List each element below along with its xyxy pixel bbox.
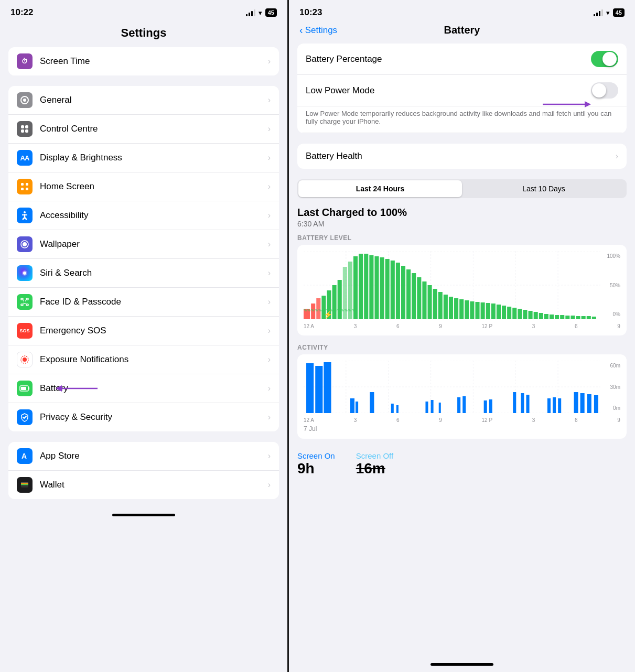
battery-level-chart: ⚡ 100% 50% 0% 12 A 3 6 9 12 P 3 6: [297, 245, 627, 335]
y-label-0: 0%: [607, 311, 620, 317]
svg-rect-59: [353, 256, 358, 319]
svg-rect-101: [576, 316, 580, 319]
battery-level-label: BATTERY LEVEL: [297, 234, 627, 242]
x-label-12a: 12 A: [304, 323, 314, 329]
svg-rect-77: [449, 297, 453, 319]
sidebar-item-control-centre[interactable]: Control Centre ›: [8, 115, 279, 144]
ax-label-9p: 9: [617, 417, 620, 423]
accessibility-icon: [17, 208, 33, 223]
svg-rect-117: [306, 363, 314, 413]
low-power-mode-label: Low Power Mode: [306, 85, 591, 96]
time-option-24h[interactable]: Last 24 Hours: [298, 180, 462, 197]
sidebar-item-emergency-sos[interactable]: SOS Emergency SOS ›: [8, 317, 279, 345]
time-option-10d[interactable]: Last 10 Days: [462, 180, 626, 197]
svg-rect-128: [457, 397, 460, 413]
svg-rect-86: [497, 305, 501, 319]
svg-rect-140: [587, 394, 591, 413]
right-status-bar: 10:23 ▾ 45: [289, 0, 635, 22]
screen-time-row[interactable]: ⏱ Screen Time ›: [8, 47, 279, 75]
control-centre-chevron: ›: [268, 124, 271, 134]
battery-health-row[interactable]: Battery Health ›: [297, 144, 627, 169]
home-screen-icon: [17, 179, 33, 194]
svg-rect-71: [417, 277, 421, 319]
svg-rect-95: [544, 314, 548, 319]
svg-rect-69: [406, 269, 411, 319]
svg-rect-9: [26, 188, 28, 190]
sidebar-item-app-store[interactable]: A App Store ›: [8, 442, 279, 471]
ax-label-12a: 12 A: [304, 417, 314, 423]
sidebar-item-battery[interactable]: Battery ›: [8, 374, 279, 403]
screen-time-chevron: ›: [268, 57, 271, 66]
sidebar-item-accessibility[interactable]: Accessibility ›: [8, 201, 279, 230]
battery-arrow-annotation: [56, 382, 103, 395]
battery-y-labels: 100% 50% 0%: [607, 251, 620, 319]
battery-x-labels: 12 A 3 6 9 12 P 3 6 9: [304, 321, 620, 329]
svg-rect-72: [422, 281, 426, 319]
battery-percentage-toggle[interactable]: [591, 51, 618, 67]
right-signal-icon: [594, 9, 603, 16]
svg-rect-92: [529, 311, 533, 319]
privacy-security-icon: [17, 409, 33, 425]
svg-rect-89: [512, 308, 516, 319]
svg-rect-50: [304, 309, 310, 319]
battery-percentage-row: Battery Percentage: [297, 44, 627, 75]
svg-rect-90: [518, 309, 522, 319]
sidebar-item-face-id[interactable]: Face ID & Passcode ›: [8, 288, 279, 317]
left-status-bar: 10:22 ▾ 45: [0, 0, 287, 22]
svg-rect-62: [369, 255, 373, 319]
right-battery-icon: 45: [613, 8, 625, 17]
sidebar-item-home-screen[interactable]: Home Screen ›: [8, 172, 279, 201]
sidebar-item-privacy-security[interactable]: Privacy & Security ›: [8, 403, 279, 431]
x-label-6p: 6: [575, 323, 578, 329]
sidebar-item-exposure-notifications[interactable]: Exposure Notifications ›: [8, 345, 279, 374]
svg-rect-5: [25, 129, 28, 133]
svg-rect-130: [484, 400, 487, 413]
app-store-label: App Store: [40, 451, 268, 461]
svg-rect-65: [385, 259, 390, 319]
svg-rect-60: [359, 254, 363, 319]
svg-rect-51: [311, 304, 315, 319]
svg-rect-124: [396, 405, 399, 413]
svg-rect-31: [21, 387, 26, 390]
general-icon: [17, 92, 33, 108]
display-brightness-label: Display & Brightness: [40, 153, 268, 163]
emergency-sos-icon: SOS: [17, 323, 33, 339]
svg-rect-138: [574, 392, 578, 413]
activity-label: ACTIVITY: [297, 344, 627, 351]
svg-point-10: [24, 211, 26, 213]
svg-rect-74: [433, 289, 437, 319]
emergency-sos-chevron: ›: [268, 326, 271, 335]
screen-on-stat: Screen On 9h: [297, 451, 335, 477]
face-id-icon: [17, 294, 33, 310]
activity-chart: 60m 30m 0m 12 A 3 6 9 12 P 3 6 9 7 Jul: [297, 354, 627, 439]
wallpaper-icon: [17, 236, 33, 252]
back-button[interactable]: ‹ Settings: [299, 24, 337, 36]
svg-marker-40: [585, 101, 591, 107]
display-brightness-chevron: ›: [268, 153, 271, 162]
left-panel: 10:22 ▾ 45 Settings ⏱ Screen Time ›: [0, 0, 287, 672]
left-status-time: 10:22: [10, 7, 33, 18]
svg-rect-119: [324, 362, 331, 413]
svg-rect-24: [26, 304, 28, 306]
left-status-icons: ▾ 45: [246, 8, 277, 17]
sidebar-item-wallet[interactable]: Wallet ›: [8, 471, 279, 499]
svg-rect-100: [571, 316, 575, 319]
wallpaper-chevron: ›: [268, 240, 271, 249]
sidebar-item-siri-search[interactable]: Siri & Search ›: [8, 259, 279, 288]
svg-point-0: [23, 99, 26, 102]
last-charged-section: Last Charged to 100% 6:30 AM: [297, 207, 627, 228]
battery-percentage-label: Battery Percentage: [306, 54, 591, 64]
accessibility-chevron: ›: [268, 211, 271, 220]
face-id-label: Face ID & Passcode: [40, 297, 268, 307]
sidebar-item-display-brightness[interactable]: AA Display & Brightness ›: [8, 144, 279, 172]
x-label-9p: 9: [617, 323, 620, 329]
right-page-title: Battery: [444, 24, 480, 36]
sidebar-item-wallpaper[interactable]: Wallpaper ›: [8, 230, 279, 259]
svg-rect-8: [21, 188, 24, 190]
svg-rect-82: [475, 302, 479, 319]
svg-rect-133: [521, 393, 524, 413]
low-power-mode-toggle[interactable]: [591, 82, 618, 99]
x-label-12p: 12 P: [482, 323, 493, 329]
sidebar-item-general[interactable]: General ›: [8, 86, 279, 115]
svg-rect-93: [534, 312, 538, 319]
